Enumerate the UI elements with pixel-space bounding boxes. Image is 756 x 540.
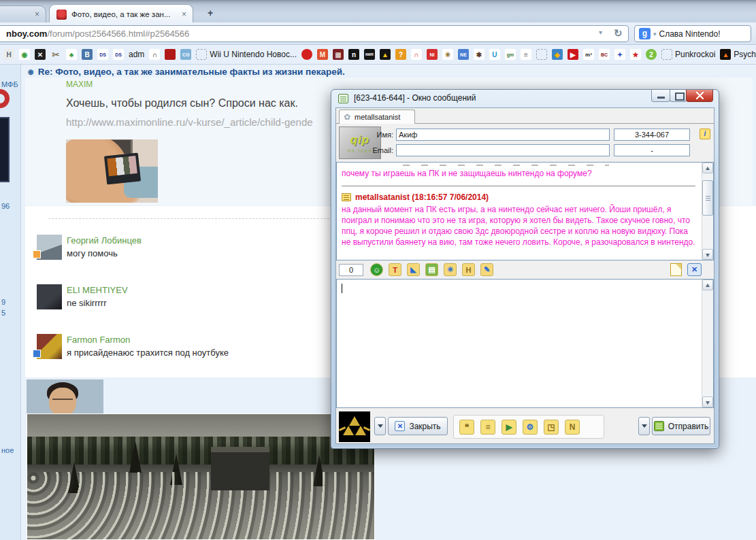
crowd-photo (27, 414, 375, 540)
commenter-name-link[interactable]: Георгий Лобинцев (67, 235, 142, 246)
close-chat-button[interactable]: ✕ Закрыть (388, 417, 448, 435)
bookmark-pixel-x[interactable]: ✕ (35, 49, 46, 60)
history-scrollbar[interactable] (702, 163, 713, 260)
scroll-down-button[interactable] (702, 396, 713, 407)
bookmark-ds-1[interactable]: DS (97, 49, 108, 60)
bookmark-icon: ✳ (442, 49, 453, 60)
toolbar-text-color[interactable]: T (389, 263, 401, 276)
toolbar-file-transfer[interactable]: ✳ (444, 263, 457, 276)
commenter-name-link[interactable]: Farmon Farmon (67, 335, 130, 345)
bookmark-red-hood[interactable] (165, 49, 176, 60)
bookmark-drive-box[interactable]: ◆ (552, 49, 563, 60)
toolbar-background-color[interactable]: ◣ (407, 263, 420, 276)
fragment-text: МФБ (1, 80, 18, 88)
contact-tab[interactable]: ✿ metallsatanist (339, 109, 415, 124)
bookmark-gm[interactable]: gm (505, 49, 516, 60)
bottom-notes-n[interactable]: N (565, 420, 580, 435)
reload-icon[interactable]: ↻ (614, 27, 623, 39)
bottom-template[interactable]: ≡ (480, 420, 495, 435)
toolbar-image-edit[interactable]: ✎ (480, 263, 493, 276)
bookmark-castle[interactable]: ▦ (333, 49, 344, 60)
bookmark-punkrockoi[interactable]: Punkrockoi (661, 49, 715, 60)
toolbar-history[interactable]: H (462, 263, 475, 276)
bookmark-headphones[interactable]: ∩ (149, 49, 160, 60)
input-scrollbar[interactable] (702, 280, 713, 407)
bottom-settings-wrench[interactable]: ⚙ (523, 420, 538, 435)
bookmark-skier[interactable]: ✦ (614, 49, 625, 60)
message-history[interactable]: почему ты играешь на ПК и не защищаешь н… (336, 162, 714, 260)
minimize-button[interactable] (651, 90, 670, 102)
new-note-icon[interactable] (670, 263, 682, 276)
bottom-journal[interactable]: ◳ (544, 420, 559, 435)
scroll-up-button[interactable] (702, 280, 713, 290)
bookmark-meat[interactable] (301, 49, 312, 60)
bottom-quote[interactable]: ❝ (459, 420, 474, 435)
bookmark-nwr[interactable]: NWR (364, 49, 375, 60)
search-box[interactable]: g ▾ Слава Nintendo! (634, 25, 751, 42)
bookmark-m3[interactable]: m³ (583, 49, 594, 60)
bookmark-bug[interactable]: ✱ (474, 49, 484, 60)
post-author-link[interactable]: MAXIM (66, 80, 93, 89)
bookmark-ni-red[interactable]: NI (427, 49, 438, 60)
close-options-dropdown[interactable] (374, 417, 386, 435)
bookmark-green-trees[interactable]: ♣ (66, 49, 77, 60)
new-tab-button[interactable]: + (201, 7, 219, 20)
search-engine-dropdown-icon[interactable]: ▾ (653, 31, 657, 37)
tab-close-icon[interactable]: × (182, 10, 186, 19)
bookmark-icon: 2 (646, 49, 657, 60)
bookmark-recycle-green[interactable]: ◉ (19, 49, 30, 60)
bookmark-wiiu-news[interactable]: Wii U Nintendo Новос... (196, 49, 297, 60)
bookmark-gold-triangle[interactable]: ▲ (380, 49, 391, 60)
bookmark-dotted-1[interactable] (536, 49, 547, 60)
bookmark-starburst[interactable]: ✳ (442, 49, 453, 60)
bookmark-psycho[interactable]: ▲ Psycho !!! (720, 49, 756, 60)
bookmark-adm[interactable]: adm (129, 50, 144, 59)
uin-field[interactable]: 3-344-067 (614, 129, 690, 141)
commenter-name-link[interactable]: ELI MEHTIYEV (67, 285, 128, 295)
own-avatar-triforce[interactable] (339, 411, 370, 442)
url-dropdown-icon[interactable]: ▾ (599, 29, 602, 36)
bookmark-red-star[interactable]: ★ (630, 49, 641, 60)
post-link[interactable]: http://www.maximonline.ru/v-kurse/_artic… (66, 116, 313, 128)
search-input[interactable]: Слава Nintendo! (659, 29, 721, 39)
message-input-area[interactable] (336, 279, 714, 408)
scroll-down-button[interactable] (702, 249, 713, 260)
send-button[interactable]: Отправить (652, 417, 710, 435)
thread-title: ◉Re: Фото, видео, а так же занимательные… (28, 67, 345, 77)
commenter-avatar[interactable] (37, 284, 62, 309)
bookmark-n-black[interactable]: n (348, 49, 359, 60)
scroll-up-button[interactable] (702, 163, 713, 173)
close-window-button[interactable] (686, 90, 713, 102)
bookmark-wiiu-u[interactable]: U (489, 49, 500, 60)
toolbar-save[interactable]: ▤ (425, 263, 438, 276)
contact-info-icon[interactable]: i (700, 129, 710, 139)
toolbar-smiley[interactable]: ☺ (370, 263, 383, 276)
bookmark-b-blue[interactable]: B (82, 49, 93, 60)
active-tab[interactable]: Фото, видео, а так же зан... × (49, 4, 193, 24)
post-image[interactable] (66, 139, 158, 203)
bottom-dictionary[interactable]: ▶ (502, 420, 516, 435)
bookmark-mario[interactable]: M (317, 49, 328, 60)
toolbar-close-icon[interactable]: ✕ (687, 263, 702, 276)
bookmark-scissors[interactable]: ✂ (50, 49, 61, 60)
background-tab[interactable]: × (0, 5, 46, 24)
bookmark-ds-2[interactable]: DS (113, 49, 124, 60)
send-options-dropdown[interactable] (638, 417, 650, 435)
bookmark-youtube[interactable]: ▶ (568, 49, 578, 60)
bookmark-cg[interactable]: CG (180, 49, 191, 60)
bookmark-mushroom[interactable]: ∩ (411, 49, 422, 60)
maximize-button[interactable] (670, 90, 687, 102)
contact-status-icon: ✿ (344, 112, 350, 122)
bookmark-question-block[interactable]: ? (395, 49, 406, 60)
email-extra-field[interactable]: - (614, 144, 690, 156)
bookmark-h-site[interactable]: H (3, 49, 14, 60)
url-bar[interactable]: nboy.com/forum/post2564566.html#p2564566 (0, 25, 629, 42)
scrollbar-thumb[interactable] (702, 180, 713, 216)
name-field[interactable]: Акиф (396, 129, 610, 141)
tab-close-icon[interactable]: × (35, 10, 39, 19)
email-field[interactable] (396, 144, 610, 156)
bookmark-ne-blue[interactable]: NE (458, 49, 469, 60)
bookmark-bc[interactable]: BC (599, 49, 610, 60)
bookmark-green-2[interactable]: 2 (646, 49, 657, 60)
bookmark-note-clip[interactable]: ≡ (521, 49, 531, 60)
